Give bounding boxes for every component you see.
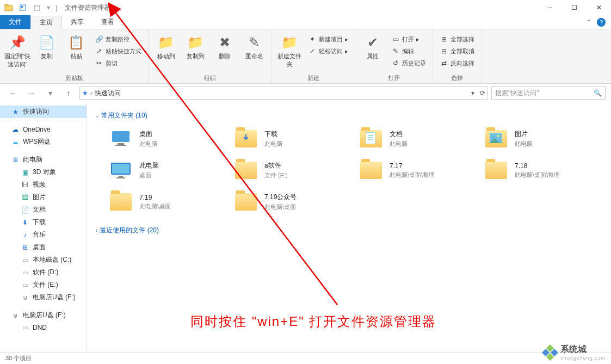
sidebar-item[interactable]: ☁WPS网盘 [0, 135, 87, 148]
newitem-button[interactable]: ✦新建项目 ▸ [306, 34, 350, 45]
folder-item[interactable]: 7.19公众号此电脑\桌面 [232, 189, 351, 215]
sidebar-item[interactable]: ▭DND [0, 322, 87, 334]
folder-item[interactable]: 7.19此电脑\桌面 [107, 189, 226, 215]
forward-button[interactable]: → [24, 86, 39, 100]
sidebar-item-label: DND [33, 324, 47, 331]
copyto-icon: 📁 [187, 34, 204, 51]
folder-item[interactable]: 此电脑桌面 [107, 157, 226, 183]
close-button[interactable]: ✕ [587, 0, 611, 15]
sidebar-item[interactable]: ⬇下载 [0, 216, 87, 229]
sidebar-item[interactable]: ▭文件 (E:) [0, 279, 87, 291]
quickaccess-icon: ★ [82, 89, 88, 97]
open-button[interactable]: ▭打开 ▸ [389, 34, 428, 45]
delete-button[interactable]: ✖删除 [212, 32, 238, 60]
newfolder-button[interactable]: 📁新建文件夹 [276, 32, 303, 69]
sidebar-item-label: 桌面 [33, 243, 46, 252]
selectnone-button[interactable]: ⊟全部取消 [437, 46, 477, 57]
sidebar[interactable]: ★快速访问☁OneDrive☁WPS网盘🖥此电脑▣3D 对象🎞视频🖼图片📄文档⬇… [0, 102, 87, 352]
address-box[interactable]: ★ › 快速访问 ▾⟳ [79, 87, 488, 100]
watermark-url: xitongcheng.com [560, 355, 606, 361]
tab-file[interactable]: 文件 [0, 15, 30, 29]
folder-item[interactable]: 图片此电脑 [482, 126, 602, 152]
sidebar-item[interactable]: 🖼图片 [0, 191, 87, 203]
address-dropdown-icon[interactable]: ▾ [471, 89, 474, 97]
breadcrumb[interactable]: 快速访问 [95, 89, 121, 98]
folder-item[interactable]: 桌面此电脑 [107, 126, 226, 152]
sidebar-item[interactable]: ♪音乐 [0, 229, 87, 241]
copyto-button[interactable]: 📁复制到 [182, 32, 208, 60]
sidebar-item[interactable]: ⊎电脑店U盘 (F:) [0, 291, 87, 304]
sidebar-item[interactable]: ▣3D 对象 [0, 166, 87, 178]
minimize-button[interactable]: ─ [538, 0, 562, 15]
up-button[interactable]: ↑ [61, 86, 76, 100]
history-button[interactable]: ↺历史记录 [389, 58, 428, 69]
sidebar-item[interactable]: ⊎电脑店U盘 (F:) [0, 309, 87, 322]
folder-item[interactable]: a软件文件 (E:) [232, 157, 351, 183]
section-recent[interactable]: ›最近使用的文件 (20) [96, 226, 602, 235]
back-button[interactable]: ← [5, 86, 21, 100]
sidebar-item-label: 图片 [33, 193, 46, 202]
section-frequent[interactable]: ⌵常用文件夹 (10) [96, 111, 602, 120]
recent-dropdown[interactable]: ▾ [42, 86, 58, 100]
group-clipboard-label: 剪贴板 [4, 73, 144, 82]
sidebar-item[interactable]: 📄文档 [0, 203, 87, 216]
search-input[interactable] [495, 89, 594, 97]
paste-shortcut-button[interactable]: ↗粘贴快捷方式 [92, 46, 144, 57]
sidebar-item[interactable]: 🎞视频 [0, 178, 87, 191]
selectall-button[interactable]: ⊞全部选择 [437, 34, 477, 45]
moveto-button[interactable]: 📁移动到 [153, 32, 179, 60]
folder-item[interactable]: 7.17此电脑\桌面\整理 [357, 157, 477, 183]
folder-item[interactable]: 7.18此电脑\桌面\整理 [482, 157, 602, 183]
history-icon: ↺ [391, 59, 400, 67]
folder-icon [234, 191, 258, 213]
tab-home[interactable]: 主页 [30, 16, 62, 29]
item-count: 30 个项目 [5, 354, 32, 362]
group-organize-label: 组织 [153, 73, 267, 82]
copy-path-button[interactable]: 🔗复制路径 [92, 34, 144, 45]
video-icon: 🎞 [21, 181, 29, 189]
rename-button[interactable]: ✎重命名 [241, 32, 267, 60]
ribbon-collapse-icon[interactable]: ⌃ [586, 18, 591, 26]
folder-name: 7.19公众号 [264, 193, 297, 202]
search-icon[interactable]: 🔍 [594, 89, 602, 97]
edit-button[interactable]: ✎编辑 [389, 46, 428, 57]
refresh-icon[interactable]: ⟳ [480, 89, 485, 97]
folder-item[interactable]: 下载此电脑 [232, 126, 351, 152]
qat-dropdown-icon[interactable]: ▾ [47, 4, 50, 11]
search-box[interactable]: 🔍 [491, 87, 606, 100]
qat-properties-icon[interactable] [16, 1, 29, 14]
copy-button[interactable]: 📄复制 [34, 32, 60, 60]
svg-rect-8 [366, 132, 375, 144]
moveto-icon: 📁 [157, 34, 175, 51]
easyaccess-icon: ✓ [308, 47, 317, 55]
pin-quickaccess-button[interactable]: 📌固定到"快速访问" [4, 32, 30, 69]
dl-icon: ⬇ [21, 218, 29, 227]
easyaccess-button[interactable]: ✓轻松访问 ▸ [306, 46, 350, 57]
cut-button[interactable]: ✂剪切 [92, 58, 144, 69]
folder-location: 此电脑\桌面 [139, 202, 171, 211]
invert-button[interactable]: ⇄反向选择 [437, 58, 477, 69]
paste-button[interactable]: 📋粘贴 [63, 32, 89, 60]
ribbon: 📌固定到"快速访问" 📄复制 📋粘贴 🔗复制路径 ↗粘贴快捷方式 ✂剪切 剪贴板… [0, 29, 611, 84]
window-title: 文件资源管理器 [65, 3, 110, 13]
folder-item[interactable]: 文档此电脑 [357, 126, 477, 152]
sidebar-item[interactable]: ▭软件 (D:) [0, 266, 87, 279]
folder-location: 此电脑 [264, 140, 282, 148]
sidebar-item-label: OneDrive [23, 126, 51, 133]
sidebar-item-label: 软件 (D:) [33, 268, 58, 277]
svg-rect-17 [116, 177, 125, 178]
help-icon[interactable]: ? [597, 18, 606, 27]
folder-name: a软件 [264, 161, 288, 170]
sidebar-item[interactable]: 🖥此电脑 [0, 153, 87, 166]
qat-newfolder-icon[interactable] [30, 1, 44, 14]
properties-button[interactable]: ✔属性 [360, 32, 386, 60]
invert-icon: ⇄ [440, 59, 448, 67]
sidebar-item[interactable]: ☁OneDrive [0, 124, 87, 135]
sidebar-item[interactable]: 🖥桌面 [0, 241, 87, 254]
sidebar-item[interactable]: ▭本地磁盘 (C:) [0, 254, 87, 266]
folder-icon [234, 159, 258, 181]
sidebar-item[interactable]: ★快速访问 [0, 106, 87, 118]
tab-share[interactable]: 共享 [62, 15, 92, 29]
tab-view[interactable]: 查看 [92, 15, 123, 29]
maximize-button[interactable]: ☐ [562, 0, 587, 15]
